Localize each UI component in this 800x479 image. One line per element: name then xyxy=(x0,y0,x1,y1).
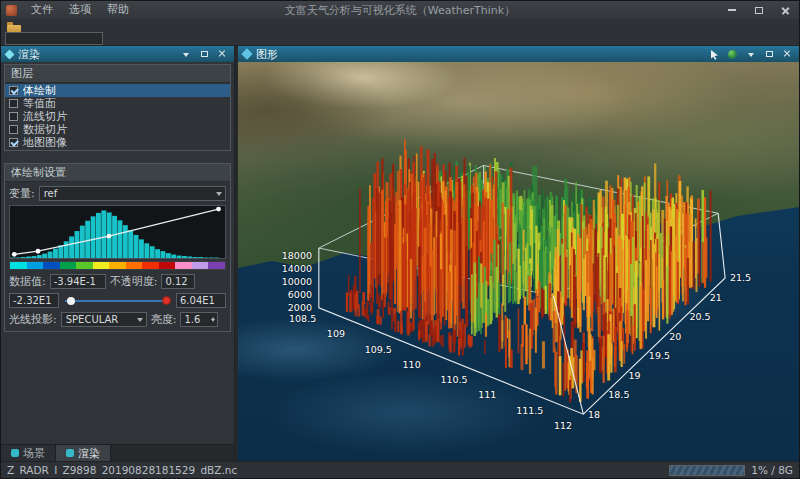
histogram-chart xyxy=(10,206,225,258)
data-value-row: 数据值: 不透明度: xyxy=(9,274,226,289)
layer-checkbox[interactable] xyxy=(9,112,18,121)
ray-cast-row: 光线投影: SPECULAR 亮度: xyxy=(9,312,226,327)
gradient-segment xyxy=(43,262,60,269)
opacity-input[interactable] xyxy=(161,274,195,289)
slider-handle-min[interactable] xyxy=(67,297,75,305)
render-panel: 渲染 图层 体绘制等值面流线切片数据切片地图图像 体绘制设置 变量: xyxy=(1,46,235,461)
gradient-segment xyxy=(142,262,159,269)
variable-value: ref xyxy=(44,188,58,199)
render-panel-buttons xyxy=(179,48,229,60)
layers-group: 图层 体绘制等值面流线切片数据切片地图图像 xyxy=(4,64,231,151)
gradient-segment xyxy=(192,262,209,269)
window-controls xyxy=(718,1,799,19)
viewport-close-button[interactable] xyxy=(780,48,794,60)
panel-tab[interactable]: 场景 xyxy=(1,445,56,461)
toolbar xyxy=(1,19,799,46)
graphics-panel-buttons xyxy=(706,48,794,61)
transfer-function-editor[interactable] xyxy=(9,205,226,259)
range-min-input[interactable] xyxy=(9,293,59,308)
variable-label: 变量: xyxy=(9,186,35,201)
ray-cast-combo[interactable]: SPECULAR xyxy=(61,312,147,327)
gradient-segment xyxy=(76,262,93,269)
statusbar-filename: Z_RADR_I_Z9898_20190828181529_dBZ.nc xyxy=(7,464,663,476)
brightness-spinner[interactable] xyxy=(180,312,218,327)
chevron-down-icon xyxy=(748,53,754,60)
panel-tabbar: 场景渲染 xyxy=(1,444,234,461)
layer-row[interactable]: 地图图像 xyxy=(5,136,230,149)
maximize-icon xyxy=(755,7,763,14)
volume-settings-group: 体绘制设置 变量: ref 数据值: xyxy=(4,163,231,332)
statusbar: Z_RADR_I_Z9898_20190828181529_dBZ.nc 1% … xyxy=(1,461,799,478)
gradient-segment xyxy=(27,262,44,269)
slider-handle-max[interactable] xyxy=(162,296,171,305)
gradient-segment xyxy=(126,262,143,269)
graphics-panel-title: 图形 xyxy=(256,47,278,62)
gradient-segment xyxy=(159,262,176,269)
gradient-segment xyxy=(10,262,27,269)
chevron-down-icon xyxy=(137,318,143,325)
panel-close-button[interactable] xyxy=(215,48,229,60)
gradient-segment xyxy=(60,262,77,269)
maximize-button[interactable] xyxy=(745,1,772,19)
memory-progress-bar xyxy=(669,465,745,476)
menu-item[interactable]: 选项 xyxy=(61,1,99,19)
opacity-label: 不透明度: xyxy=(110,274,158,289)
menu-item[interactable]: 文件 xyxy=(23,1,61,19)
float-icon xyxy=(766,51,773,57)
range-slider[interactable] xyxy=(63,293,172,308)
panel-float-button[interactable] xyxy=(197,48,211,60)
layer-checkbox[interactable] xyxy=(9,138,18,147)
layer-list: 体绘制等值面流线切片数据切片地图图像 xyxy=(5,83,230,150)
minimize-button[interactable] xyxy=(718,1,745,19)
data-value-label: 数据值: xyxy=(9,274,46,289)
gradient-segment xyxy=(175,262,192,269)
minimize-icon xyxy=(728,9,736,11)
panel-tab[interactable]: 渲染 xyxy=(56,445,111,461)
layer-checkbox[interactable] xyxy=(9,125,18,134)
close-button[interactable] xyxy=(772,1,799,19)
ray-cast-value: SPECULAR xyxy=(66,314,119,325)
volume-render-scene xyxy=(238,62,799,461)
main-area: 渲染 图层 体绘制等值面流线切片数据切片地图图像 体绘制设置 变量: xyxy=(1,46,799,461)
close-icon xyxy=(783,50,791,58)
menubar: 文件选项帮助 xyxy=(23,1,137,19)
layer-checkbox[interactable] xyxy=(9,86,18,95)
globe-icon xyxy=(728,50,737,59)
graphics-panel-header: 图形 xyxy=(238,46,799,62)
app-logo-icon xyxy=(6,5,17,16)
render-panel-content: 图层 体绘制等值面流线切片数据切片地图图像 体绘制设置 变量: ref xyxy=(1,62,234,444)
app-window: 文件选项帮助 文富天气分析与可视化系统（WeatherThink） 渲染 xyxy=(0,0,800,479)
menu-item[interactable]: 帮助 xyxy=(99,1,137,19)
volume-settings-title: 体绘制设置 xyxy=(5,164,230,182)
slider-track xyxy=(65,300,170,302)
brightness-label: 亮度: xyxy=(151,312,177,327)
cursor-icon xyxy=(709,49,719,60)
data-value-input[interactable] xyxy=(50,274,106,289)
variable-row: 变量: ref xyxy=(9,186,226,201)
close-icon xyxy=(781,6,790,15)
globe-tool-button[interactable] xyxy=(725,48,740,61)
radar-volume-columns xyxy=(346,139,712,402)
color-gradient-bar[interactable] xyxy=(9,261,226,270)
panel-menu-button[interactable] xyxy=(179,48,193,60)
render-panel-icon xyxy=(5,49,15,59)
variable-combo[interactable]: ref xyxy=(39,186,226,201)
axes-icon xyxy=(241,48,252,59)
gradient-segment xyxy=(208,262,225,269)
gradient-segment xyxy=(93,262,110,269)
range-max-input[interactable] xyxy=(176,293,226,308)
dataset-combo[interactable] xyxy=(5,32,103,45)
chevron-down-icon xyxy=(183,53,189,60)
viewport-menu-button[interactable] xyxy=(744,48,758,60)
layer-checkbox[interactable] xyxy=(9,99,18,108)
render-panel-title: 渲染 xyxy=(18,47,40,62)
memory-usage-text: 1% / 8G xyxy=(751,464,793,476)
tab-icon xyxy=(11,449,19,457)
viewport-float-button[interactable] xyxy=(762,48,776,60)
3d-viewport[interactable]: 18000140001000060002000108.5109109.51101… xyxy=(238,62,799,461)
range-row xyxy=(9,293,226,308)
brightness-input[interactable] xyxy=(180,312,218,327)
chevron-down-icon xyxy=(216,192,222,199)
tab-icon xyxy=(66,449,74,457)
cursor-tool-button[interactable] xyxy=(706,48,721,61)
